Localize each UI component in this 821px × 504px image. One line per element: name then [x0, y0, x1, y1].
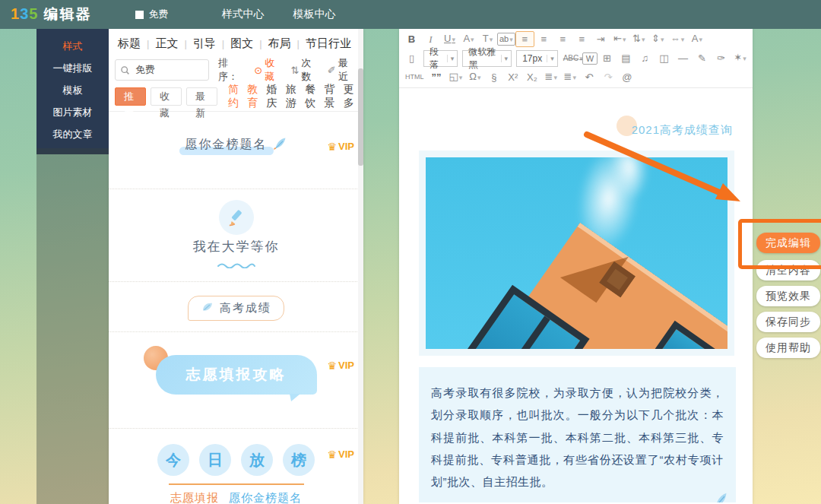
square-icon	[135, 11, 144, 19]
clock-icon: ⊙	[254, 65, 262, 76]
tag-education[interactable]: 教育	[247, 83, 261, 110]
ordered-list-icon[interactable]: ≣	[541, 68, 560, 86]
sort-by-recent[interactable]: ✐ 最近	[328, 56, 357, 84]
finish-editing-button[interactable]: 完成编辑	[756, 233, 820, 253]
help-button[interactable]: 使用帮助	[756, 338, 820, 358]
tag-travel[interactable]: 旅游	[286, 83, 300, 110]
template-item-application-guide[interactable]: ♛VIP 志愿填报攻略	[109, 355, 363, 429]
template-item-results-today[interactable]: ♛VIP 今 日 放 榜 志愿填报 愿你金榜题名	[109, 444, 363, 504]
left-sidebar: 样式 一键排版 模板 图片素材 我的文章	[36, 29, 109, 504]
image-icon[interactable]: ▤	[617, 50, 636, 66]
tab-image-text[interactable]: 图文	[230, 36, 268, 51]
feather-icon	[272, 141, 287, 154]
article-paragraph[interactable]: 高考录取有很多院校，为录取方便，认为把院校分类，划分录取顺序，也叫批次。一般分为…	[419, 367, 736, 502]
highlight-color-icon[interactable]: ab	[497, 33, 515, 46]
undo-icon[interactable]: ↶	[579, 69, 598, 85]
sidebar-item-styles[interactable]: 样式	[36, 35, 109, 57]
large-window	[436, 285, 590, 356]
crown-icon: ♛	[327, 360, 337, 371]
align-right-icon[interactable]: ≡	[553, 31, 572, 47]
template-link-gold-list[interactable]: 愿你金榜题名	[229, 491, 302, 504]
crown-icon: ♛	[327, 449, 337, 460]
sidebar-item-one-key-layout[interactable]: 一键排版	[36, 57, 109, 79]
tab-festival-industry[interactable]: 节日行业	[306, 36, 351, 51]
format-brush-icon[interactable]: ✑	[712, 50, 731, 66]
outdent-icon[interactable]: ⇤	[610, 30, 629, 48]
align-left-icon[interactable]: ≡	[515, 31, 534, 47]
sort-by-favorites[interactable]: ⊙ 收藏	[254, 56, 284, 84]
video-icon[interactable]: ◫	[655, 50, 674, 66]
article-image[interactable]	[419, 151, 734, 356]
free-label: 免费	[148, 8, 168, 21]
letter-spacing-icon[interactable]: ⇔	[667, 30, 688, 48]
scrollbar-thumb[interactable]	[358, 68, 363, 166]
nav-template-center[interactable]: 模板中心	[293, 8, 335, 21]
font-family-select[interactable]: 微软雅黑	[462, 50, 512, 67]
template-link-apply[interactable]: 志愿填报	[170, 491, 219, 504]
sort-count-icon: ⇅	[291, 65, 300, 76]
subscript-icon[interactable]: X₂	[522, 69, 541, 85]
document-title-line[interactable]: 2021高考成绩查询	[411, 123, 733, 138]
search-box[interactable]	[115, 59, 209, 81]
tag-catering[interactable]: 餐饮	[305, 83, 319, 110]
html-source-icon[interactable]: HTML	[402, 69, 427, 85]
eraser-icon[interactable]: ✎	[693, 50, 712, 66]
table-icon[interactable]: ⊞	[598, 50, 617, 66]
free-plan-badge[interactable]: 免费	[135, 8, 168, 21]
underline-icon[interactable]: U	[440, 30, 459, 48]
tab-title[interactable]: 标题	[118, 36, 155, 51]
special-char-icon[interactable]: Ω	[465, 68, 484, 86]
mention-icon[interactable]: @	[617, 69, 636, 85]
paragraph-format-select[interactable]: 段落	[423, 50, 458, 67]
save-sync-button[interactable]: 保存同步	[756, 312, 820, 332]
template-item-gold-list[interactable]: ♛VIP 愿你金榜题名	[109, 136, 363, 189]
tag-wedding[interactable]: 婚庆	[267, 83, 281, 110]
preview-button[interactable]: 预览效果	[756, 286, 820, 306]
blockquote-icon[interactable]: ””	[427, 69, 446, 85]
tab-guide[interactable]: 引导	[193, 36, 230, 51]
horizontal-rule-icon[interactable]: —	[674, 50, 693, 66]
unordered-list-icon[interactable]: ≣	[560, 68, 579, 86]
align-center-icon[interactable]: ≡	[534, 31, 553, 47]
paragraph-spacing-icon[interactable]: ⇕	[648, 30, 667, 48]
filter-recommended[interactable]: 推荐	[115, 87, 146, 106]
search-input[interactable]	[134, 64, 198, 77]
tab-body[interactable]: 正文	[155, 36, 192, 51]
indent-icon[interactable]: ⇥	[591, 31, 610, 47]
align-justify-icon[interactable]: ≡	[572, 31, 591, 47]
text-direction-icon[interactable]: A	[687, 30, 706, 48]
tab-layout[interactable]: 布局	[268, 36, 306, 51]
tag-background[interactable]: 背景	[324, 83, 338, 110]
nav-style-center[interactable]: 样式中心	[221, 8, 264, 21]
app-logo[interactable]: 135 编辑器	[11, 5, 91, 24]
clear-content-button[interactable]: 清空内容	[756, 260, 820, 281]
panel-scrollbar[interactable]	[358, 29, 363, 504]
template-item-waiting-for-you[interactable]: 我在大学等你	[109, 200, 363, 282]
tag-minimal[interactable]: 简约	[228, 83, 242, 110]
tag-more[interactable]: 更多	[344, 83, 357, 110]
layout-template-icon[interactable]: ◱	[446, 68, 466, 86]
editor-content[interactable]: 2021高考成绩查询 高考录取有很多院校，为录取方便，认为把院校分类，划分录取顺…	[399, 88, 753, 502]
font-size-select[interactable]: 17px	[516, 50, 558, 67]
sidebar-item-my-articles[interactable]: 我的文章	[36, 123, 109, 145]
sidebar-item-image-assets[interactable]: 图片素材	[36, 101, 109, 123]
new-document-icon[interactable]: ▯	[402, 50, 421, 66]
sidebar-item-templates[interactable]: 模板	[36, 79, 109, 101]
music-icon[interactable]: ♫	[636, 50, 655, 66]
sidebar-spacer	[36, 148, 109, 504]
one-key-format-icon[interactable]: ✶	[731, 49, 750, 67]
word-import-icon[interactable]: W	[582, 52, 598, 65]
bold-icon[interactable]: B	[402, 31, 421, 47]
sort-by-uses[interactable]: ⇅ 次数	[291, 56, 321, 84]
filter-row: 推荐 收藏 最新 简约 教育 婚庆 旅游 餐饮 背景 更多	[109, 84, 363, 112]
redo-icon[interactable]: ↷	[598, 69, 617, 85]
sort-label: 排序：	[218, 56, 247, 84]
link-icon[interactable]: §	[484, 69, 503, 85]
char-circle: 日	[199, 444, 231, 476]
line-height-icon[interactable]: ⇅	[629, 30, 648, 48]
filter-favorites[interactable]: 收藏	[151, 87, 182, 106]
strikethrough-icon[interactable]: ABC	[560, 50, 582, 67]
filter-newest[interactable]: 最新	[186, 87, 217, 106]
template-item-gaokao-score[interactable]: 高考成绩	[109, 282, 363, 332]
superscript-icon[interactable]: X²	[503, 69, 522, 85]
